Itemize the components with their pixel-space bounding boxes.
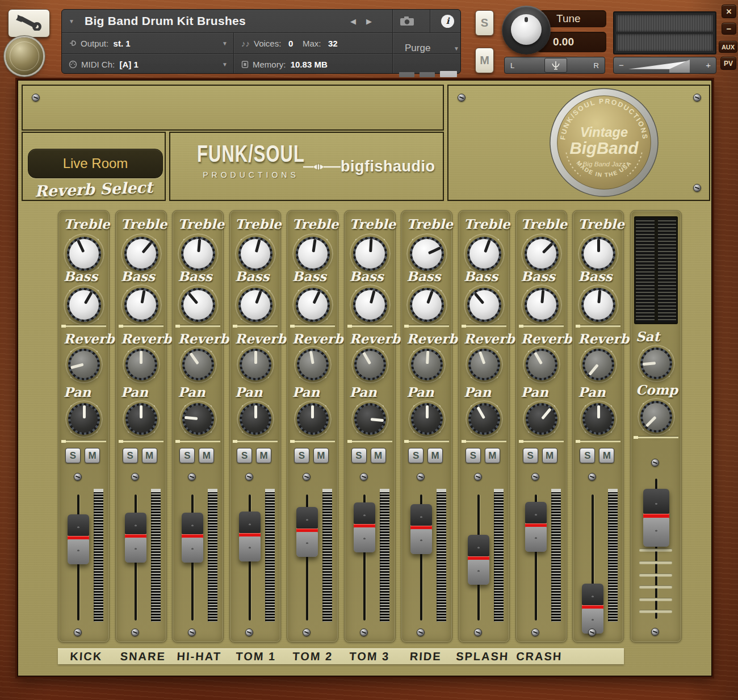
mute-button[interactable]: M: [85, 448, 100, 463]
reverb-select-button[interactable]: Live Room: [28, 149, 163, 178]
screw: [588, 628, 596, 636]
mute-button[interactable]: M: [542, 448, 557, 463]
meter-left: [617, 15, 713, 32]
channel-name-label: SNARE: [114, 648, 171, 664]
reverb-knob[interactable]: [179, 346, 217, 383]
mute-button[interactable]: M: [371, 448, 386, 463]
aux-button[interactable]: AUX: [719, 41, 737, 53]
solo-button[interactable]: S: [294, 448, 309, 463]
mute-button[interactable]: M: [485, 448, 500, 463]
channel-volume-fader[interactable]: [68, 514, 89, 564]
pan-knob[interactable]: [237, 400, 274, 438]
channel-volume-fader[interactable]: [125, 513, 146, 563]
bass-knob[interactable]: [406, 284, 447, 325]
bass-label: Bass: [464, 269, 498, 284]
mute-button[interactable]: M: [599, 448, 614, 463]
solo-button[interactable]: S: [65, 448, 81, 463]
prev-instrument-arrow[interactable]: ◀: [350, 17, 356, 26]
memory-label: Memory:: [253, 60, 286, 69]
mute-button[interactable]: M: [427, 448, 443, 463]
pan-knob[interactable]: [351, 400, 389, 438]
minimize-button[interactable]: −: [722, 23, 736, 35]
next-instrument-arrow[interactable]: ▶: [366, 17, 372, 26]
solo-button[interactable]: S: [466, 448, 481, 463]
pan-knob[interactable]: [523, 400, 560, 438]
funk-soul-logo: FUNK/SOUL PRODUCTIONS: [194, 144, 308, 179]
bass-knob[interactable]: [121, 284, 162, 325]
info-button[interactable]: i: [441, 10, 454, 32]
solo-button[interactable]: S: [580, 448, 595, 463]
solo-button[interactable]: S: [123, 448, 138, 463]
pv-button[interactable]: PV: [720, 57, 736, 70]
tune-knob[interactable]: [502, 6, 551, 55]
purge-button[interactable]: Purge: [405, 43, 430, 54]
pan-knob[interactable]: [408, 400, 446, 438]
pan-knob[interactable]: [294, 400, 332, 438]
reverb-knob[interactable]: [408, 346, 446, 383]
channel-volume-fader[interactable]: [354, 502, 375, 552]
reverb-knob[interactable]: [580, 346, 617, 383]
pan-knob[interactable]: [123, 400, 160, 438]
solo-button[interactable]: S: [351, 448, 367, 463]
master-volume-fader[interactable]: [643, 489, 669, 547]
bass-knob[interactable]: [235, 284, 276, 325]
channel-volume-fader[interactable]: [525, 502, 547, 552]
volume-minus-label: −: [619, 60, 624, 70]
wrench-icon: [16, 14, 42, 33]
solo-button[interactable]: S: [237, 448, 252, 463]
solo-button[interactable]: S: [408, 448, 423, 463]
channel-volume-fader[interactable]: [468, 535, 489, 585]
reverb-knob[interactable]: [123, 346, 160, 383]
logos-section: FUNK/SOUL PRODUCTIONS bigfishaudio: [169, 132, 444, 201]
pan-knob[interactable]: [580, 400, 617, 438]
pan-knob[interactable]: [179, 400, 217, 438]
edit-wrench-button[interactable]: [8, 9, 50, 37]
channel-strip: Treble Bass Reverb Pan S M: [115, 210, 167, 643]
master-pan-slider[interactable]: L R: [504, 57, 605, 74]
pan-slider-thumb[interactable]: [544, 58, 567, 73]
channel-volume-fader[interactable]: [582, 584, 603, 634]
pan-knob[interactable]: [466, 400, 503, 438]
bass-knob[interactable]: [521, 284, 562, 325]
bass-knob[interactable]: [292, 284, 333, 325]
channel-volume-fader[interactable]: [410, 504, 432, 554]
output-dropdown-caret[interactable]: ▼: [222, 40, 228, 47]
mute-button[interactable]: M: [313, 448, 329, 463]
purge-dropdown-caret[interactable]: ▼: [454, 45, 459, 52]
midi-channel-value[interactable]: [A] 1: [120, 60, 139, 69]
header-mute-button[interactable]: M: [475, 48, 494, 73]
reverb-knob[interactable]: [237, 346, 274, 383]
channel-name-strip: KICKSNAREHI-HATTOM 1TOM 2TOM 3RIDESPLASH…: [58, 648, 624, 664]
reverb-knob[interactable]: [523, 346, 560, 383]
bass-knob[interactable]: [64, 284, 104, 325]
master-volume-slider[interactable]: − +: [613, 57, 716, 74]
bass-knob[interactable]: [464, 284, 505, 325]
compressor-knob[interactable]: [638, 398, 675, 435]
max-voices-value[interactable]: 32: [328, 39, 338, 48]
channel-volume-fader[interactable]: [182, 513, 203, 563]
title-dropdown-caret[interactable]: ▼: [69, 18, 74, 24]
channel-volume-fader[interactable]: [239, 512, 261, 561]
output-value[interactable]: st. 1: [114, 39, 131, 48]
reverb-knob[interactable]: [351, 346, 389, 383]
bass-knob[interactable]: [178, 284, 219, 325]
channel-volume-fader[interactable]: [296, 507, 318, 557]
midi-dropdown-caret[interactable]: ▼: [222, 61, 228, 68]
header-solo-button[interactable]: S: [475, 10, 494, 36]
reverb-knob[interactable]: [65, 346, 103, 383]
bass-knob[interactable]: [350, 284, 391, 325]
mute-button[interactable]: M: [142, 448, 157, 463]
screw: [693, 184, 701, 192]
mute-button[interactable]: M: [256, 448, 271, 463]
mute-button[interactable]: M: [199, 448, 214, 463]
saturation-knob[interactable]: [638, 345, 675, 382]
solo-button[interactable]: S: [523, 448, 538, 463]
bass-knob[interactable]: [578, 284, 619, 325]
snapshot-camera-button[interactable]: [400, 10, 414, 32]
treble-label: Treble: [178, 216, 224, 232]
close-button[interactable]: ✕: [722, 5, 736, 18]
solo-button[interactable]: S: [179, 448, 195, 463]
reverb-knob[interactable]: [294, 346, 332, 383]
pan-knob[interactable]: [65, 400, 103, 438]
reverb-knob[interactable]: [466, 346, 503, 383]
